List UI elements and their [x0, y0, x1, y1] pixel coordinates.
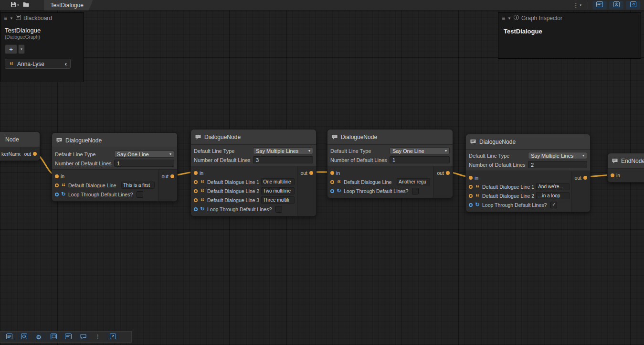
save-icon: [11, 1, 16, 9]
panel-title: Graph Inspector: [521, 15, 562, 22]
out-port[interactable]: [170, 174, 174, 178]
line-type-dropdown[interactable]: Say One Line ▾: [114, 151, 174, 158]
partial-node[interactable]: Node kerName out: [0, 131, 40, 161]
menu-icon[interactable]: ≡: [502, 15, 505, 22]
port-label: in: [200, 170, 203, 176]
loop-port[interactable]: [194, 207, 198, 211]
node-header[interactable]: Node: [0, 132, 40, 147]
load-button[interactable]: [21, 1, 32, 10]
dialogue-node-1[interactable]: DialogueNode Default Line Type Say One L…: [52, 132, 178, 202]
dialogue-line-field[interactable]: ...in a loop: [536, 192, 570, 199]
collapse-icon[interactable]: ▼: [10, 16, 13, 21]
node-header[interactable]: EndNode: [608, 153, 644, 169]
menu-icon[interactable]: ≡: [4, 15, 7, 22]
dialogue-line-port[interactable]: [194, 180, 198, 184]
options-menu-button[interactable]: ⋮ ▾: [571, 1, 583, 10]
frame-button[interactable]: [47, 333, 60, 341]
number-of-lines-field[interactable]: 1: [114, 160, 174, 167]
in-port[interactable]: [469, 176, 473, 180]
port-label: in: [475, 175, 478, 181]
prop-label: Number of Default Lines: [469, 162, 528, 168]
end-node[interactable]: EndNode in: [607, 153, 644, 183]
blackboard-button[interactable]: [62, 333, 75, 341]
chevron-down-icon: ▾: [580, 3, 581, 7]
loop-port[interactable]: [55, 193, 59, 196]
inspector-icon: [514, 15, 519, 22]
out-port[interactable]: [33, 152, 37, 156]
dialogue-node-2[interactable]: DialogueNode Default Line Type Say Multi…: [190, 129, 317, 216]
in-port[interactable]: [611, 173, 614, 177]
out-port[interactable]: [583, 176, 587, 180]
tools-button[interactable]: ⚙: [32, 333, 45, 341]
loop-checkbox[interactable]: ✓: [550, 202, 557, 208]
in-port[interactable]: [194, 171, 198, 175]
out-port[interactable]: [309, 171, 313, 175]
line-type-dropdown[interactable]: Say One Line ▾: [390, 147, 450, 154]
dialogue-line-port[interactable]: [330, 180, 334, 184]
node-title: Node: [5, 136, 19, 143]
dialogue-line-field[interactable]: Three multili: [261, 196, 295, 204]
number-of-lines-field[interactable]: 2: [528, 161, 587, 168]
dialogue-button[interactable]: [76, 333, 90, 341]
port-label: out: [24, 151, 31, 157]
dialogue-line-field[interactable]: And we're...: [536, 183, 570, 190]
node-header[interactable]: DialogueNode: [466, 134, 590, 150]
blackboard-add-row: + ▾: [5, 44, 79, 54]
more-button[interactable]: ⋮: [91, 333, 105, 341]
chevron-left-icon[interactable]: ‹: [65, 60, 67, 67]
open-panel-button[interactable]: [106, 333, 119, 341]
add-property-button[interactable]: +: [5, 44, 17, 54]
dialogue-line-port[interactable]: [55, 183, 59, 187]
node-header[interactable]: DialogueNode: [327, 129, 453, 145]
in-port[interactable]: [330, 171, 334, 175]
document-button[interactable]: [2, 333, 16, 341]
number-of-lines-field[interactable]: 1: [390, 156, 450, 163]
prop-label: Number of Default Lines: [194, 157, 253, 163]
dialogue-line-port[interactable]: [194, 189, 198, 193]
blackboard-toggle-button[interactable]: [592, 1, 607, 10]
inspector-button[interactable]: [17, 333, 31, 341]
dialogue-line-port[interactable]: [469, 194, 473, 198]
dialogue-line-field[interactable]: One multiline: [261, 178, 295, 185]
dialogue-line-field[interactable]: Another regu: [397, 178, 430, 185]
graph-tab[interactable]: TestDialogue: [44, 0, 93, 11]
collapse-icon[interactable]: ▼: [507, 16, 511, 21]
port-label: out: [574, 175, 581, 181]
port-label: Default Dialogue Line: [344, 179, 391, 185]
loop-port[interactable]: [330, 189, 334, 193]
loop-port[interactable]: [469, 203, 473, 207]
document-icon: [6, 334, 12, 341]
dropdown-value: Say One Line: [392, 148, 424, 154]
loop-checkbox[interactable]: [412, 188, 419, 194]
preview-toggle-button[interactable]: [626, 1, 640, 10]
quote-icon: “: [200, 191, 205, 194]
blackboard-header[interactable]: ≡ ▼ Blackboard: [0, 13, 84, 23]
dialogue-line-field[interactable]: Two multiline: [261, 187, 295, 194]
port-label: Loop Through Default Lines?: [207, 206, 272, 212]
dialogue-line-port[interactable]: [194, 198, 198, 202]
add-property-dropdown[interactable]: ▾: [18, 44, 25, 54]
blackboard-property[interactable]: “ Anna-Lyse ‹: [5, 59, 71, 69]
graph-inspector-panel: ≡ ▼ Graph Inspector TestDialogue: [498, 12, 641, 59]
quote-icon: “: [200, 182, 205, 185]
dialogue-line-field[interactable]: This is a first: [121, 182, 155, 189]
node-ports: in: [608, 169, 644, 182]
loop-icon: ↻: [200, 206, 205, 212]
line-type-dropdown[interactable]: Say Multiple Lines ▾: [528, 152, 587, 159]
out-port[interactable]: [446, 171, 450, 175]
number-of-lines-field[interactable]: 3: [253, 156, 313, 163]
line-type-dropdown[interactable]: Say Multiple Lines ▾: [253, 147, 313, 154]
dialogue-line-port[interactable]: [469, 185, 473, 189]
dialogue-node-4[interactable]: DialogueNode Default Line Type Say Multi…: [465, 134, 591, 212]
loop-checkbox[interactable]: [137, 191, 143, 198]
node-header[interactable]: DialogueNode: [52, 133, 177, 148]
node-header[interactable]: DialogueNode: [191, 129, 316, 145]
loop-checkbox[interactable]: [275, 206, 282, 213]
inspector-header[interactable]: ≡ ▼ Graph Inspector: [498, 13, 641, 23]
in-port[interactable]: [55, 174, 59, 178]
port-label: Loop Through Default Lines?: [482, 202, 547, 208]
dialogue-node-3[interactable]: DialogueNode Default Line Type Say One L…: [327, 129, 453, 198]
save-button[interactable]: ▾: [9, 1, 21, 10]
inspector-toggle-button[interactable]: [609, 1, 623, 10]
folder-icon: [23, 1, 29, 9]
